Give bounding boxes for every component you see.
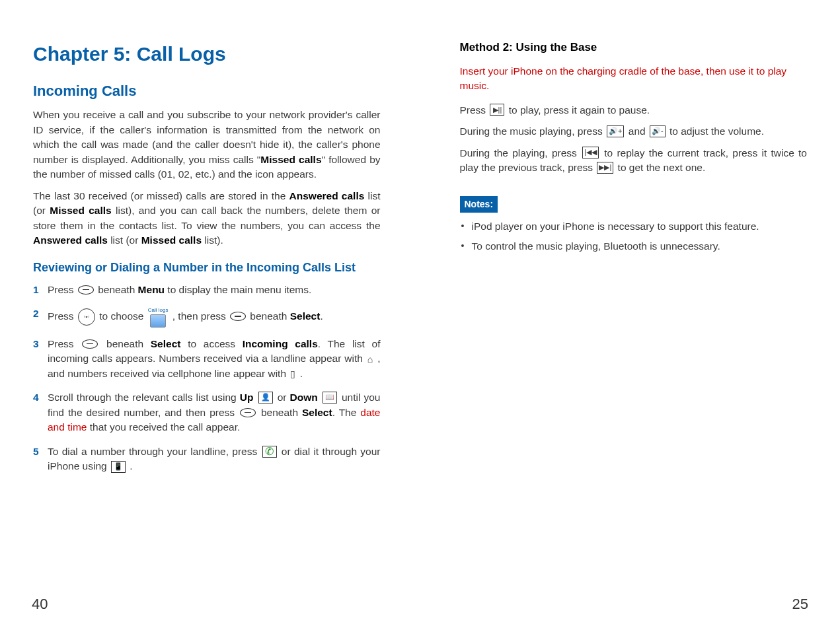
p1-bold-missed: Missed calls — [260, 154, 321, 165]
s3c: Select — [151, 338, 181, 349]
s2b: to choose — [96, 310, 147, 322]
volume-line: During the music playing, press 🔊+ and 🔊… — [460, 124, 808, 139]
steps-list: 1 Press beneath Menu to display the main… — [33, 283, 381, 474]
step-num-5: 5 — [33, 444, 39, 459]
step-1: 1 Press beneath Menu to display the main… — [33, 283, 381, 297]
chapter-title: Chapter 5: Call Logs — [33, 40, 381, 69]
p2f: Answered calls — [33, 234, 108, 246]
left-column: Chapter 5: Call Logs Incoming Calls When… — [33, 40, 381, 483]
rp2b: and — [625, 125, 648, 137]
right-column: Method 2: Using the Base Insert your iPh… — [460, 40, 808, 483]
s3d: to access — [180, 338, 242, 349]
step-3: 3 Press beneath Select to access Incomin… — [33, 337, 381, 381]
rp3a: During the playing, press — [460, 147, 582, 158]
note-2: To control the music playing, Bluetooth … — [460, 239, 808, 254]
s4g: Select — [302, 407, 332, 418]
volume-down-icon: 🔊- — [650, 125, 666, 137]
step-num-4: 4 — [33, 390, 39, 405]
down-key-icon: 📖 — [323, 392, 337, 403]
page-number-left: 40 — [32, 596, 48, 613]
s5a: To dial a number through your landline, … — [48, 446, 261, 457]
s4h: . The — [332, 407, 361, 418]
s2e: Select — [290, 310, 321, 322]
softkey-oval-icon — [230, 312, 246, 321]
rp1a: Press — [460, 104, 489, 116]
mobile-icon: ▯ — [290, 367, 295, 380]
rp2a: During the music playing, press — [460, 125, 606, 137]
reviewing-heading: Reviewing or Dialing a Number in the Inc… — [33, 259, 381, 276]
intro-paragraph-1: When you receive a call and you subscrib… — [33, 108, 381, 182]
house-icon: ⌂ — [367, 353, 373, 366]
s4a: Scroll through the relevant calls list u… — [48, 392, 240, 403]
p2g: list (or — [108, 234, 141, 246]
step-num-3: 3 — [33, 337, 39, 351]
s2d: beneath — [247, 310, 290, 322]
landline-call-icon: ✆ — [262, 446, 277, 458]
notes-list: iPod player on your iPhone is necessary … — [460, 219, 808, 254]
next-track-icon: ▶▶| — [597, 162, 613, 174]
s1c: Menu — [138, 284, 165, 295]
step-5: 5 To dial a number through your landline… — [33, 444, 381, 474]
s1a: Press — [48, 284, 77, 295]
s4j: that you received the call appear. — [87, 421, 240, 433]
up-key-icon: 👤 — [258, 392, 273, 403]
note-1: iPod player on your iPhone is necessary … — [460, 219, 808, 234]
s4d: Down — [290, 392, 318, 403]
intro-paragraph-2: The last 30 received (or missed) calls a… — [33, 189, 381, 248]
softkey-oval-icon — [78, 285, 94, 295]
s2f: . — [320, 310, 323, 322]
page-number-right: 25 — [792, 596, 808, 613]
call-logs-icon: Call logs — [148, 306, 169, 328]
s2a: Press — [48, 310, 77, 322]
call-logs-label: Call logs — [148, 306, 169, 314]
rp2c: to adjust the volume. — [667, 125, 764, 137]
play-pause-icon: ▶|| — [490, 104, 504, 116]
p2a: The last 30 received (or missed) calls a… — [33, 190, 289, 201]
s3e: Incoming calls — [243, 338, 318, 349]
p2i: list). — [202, 234, 223, 246]
method-2-heading: Method 2: Using the Base — [460, 40, 808, 56]
insert-iphone-note: Insert your iPhone on the charging cradl… — [460, 64, 808, 94]
p2d: Missed calls — [50, 205, 111, 216]
s3a: Press — [48, 338, 81, 349]
s3h: . — [297, 368, 303, 379]
rp3c: to get the next one. — [615, 162, 705, 173]
s4c: or — [278, 392, 290, 403]
s1b: beneath — [95, 284, 138, 295]
s2c: , then press — [169, 310, 229, 322]
p2h: Missed calls — [141, 234, 202, 246]
s4f: beneath — [257, 407, 302, 418]
softkey-oval-icon — [82, 339, 98, 349]
rp1b: to play, press it again to pause. — [506, 104, 650, 116]
step-4: 4 Scroll through the relevant calls list… — [33, 390, 381, 435]
s5c: . — [127, 460, 133, 472]
iphone-call-icon: 📱 — [111, 461, 126, 473]
step-num-1: 1 — [33, 283, 39, 297]
s3b: beneath — [99, 338, 150, 349]
track-line: During the playing, press |◀◀ to replay … — [460, 146, 808, 176]
incoming-calls-heading: Incoming Calls — [33, 81, 381, 102]
prev-track-icon: |◀◀ — [582, 147, 599, 158]
notes-label: Notes: — [460, 196, 498, 212]
volume-up-icon: 🔊+ — [607, 125, 624, 137]
s4b: Up — [240, 392, 254, 403]
softkey-oval-icon — [240, 408, 256, 417]
step-num-2: 2 — [33, 306, 39, 321]
nav-wheel-icon: ◦•◦ — [78, 308, 95, 326]
play-pause-line: Press ▶|| to play, press it again to pau… — [460, 103, 808, 118]
p2b: Answered calls — [289, 190, 365, 201]
s1d: to display the main menu items. — [165, 284, 311, 295]
step-2: 2 Press ◦•◦ to choose Call logs , then p… — [33, 306, 381, 328]
